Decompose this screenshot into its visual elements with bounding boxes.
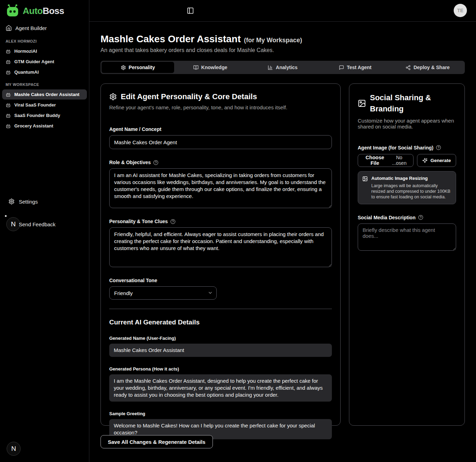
page-subtitle: An agent that takes bakery orders and cl…	[101, 47, 465, 53]
generated-persona-label: Generated Persona (How it acts)	[109, 366, 332, 372]
gear-icon	[109, 93, 117, 101]
page-title-suffix: (for My Workspace)	[244, 37, 302, 44]
sidebar-item-label: QuantumAI	[14, 69, 39, 75]
tab-deploy-share[interactable]: Deploy & Share	[391, 62, 464, 73]
choose-file-label: Choose File	[363, 155, 387, 166]
sidebar-item-grocery-assistant[interactable]: Grocery Assistant	[2, 121, 87, 131]
help-circle-icon[interactable]	[418, 215, 423, 220]
sidebar-item-gtm-guider-agent[interactable]: GTM Guider Agent	[2, 57, 87, 67]
save-all-changes-button[interactable]: Save All Changes & Regenerate Details	[101, 435, 213, 448]
generated-name-label: Generated Name (User-Facing)	[109, 336, 332, 341]
gear-icon	[121, 65, 126, 70]
sample-greeting-label: Sample Greeting	[109, 411, 332, 416]
bot-icon	[6, 69, 11, 75]
choose-file-button[interactable]: Choose File No ...osen	[358, 154, 414, 167]
sidebar-item-label: Viral SaaS Founder	[14, 102, 56, 108]
tab-bar: Personality Knowledge Analytics Test Age…	[101, 61, 465, 74]
sidebar-item-agent-builder[interactable]: Agent Builder	[0, 22, 89, 34]
sidebar-section-my-workspace: MY WORKSPACE	[0, 78, 89, 89]
message-square-icon	[339, 65, 344, 70]
book-open-icon	[193, 65, 199, 70]
social-description-textarea[interactable]	[358, 223, 456, 251]
sidebar-item-mashle-cakes-order-assistant[interactable]: Mashle Cakes Order Assistant	[2, 89, 87, 100]
auto-resize-title: Automatic Image Resizing	[371, 176, 452, 181]
sidebar-item-viral-saas-founder[interactable]: Viral SaaS Founder	[2, 100, 87, 110]
tab-label: Deploy & Share	[414, 65, 449, 70]
sparkles-icon	[422, 158, 427, 163]
personality-card-subtitle: Refine your agent's name, role, personal…	[109, 104, 332, 110]
sidebar-item-label: GTM Guider Agent	[14, 59, 54, 64]
role-objectives-textarea[interactable]: I am an AI assistant for Mashle Cakes, s…	[109, 168, 332, 208]
social-sharing-card: Social Sharing & Branding Customize how …	[349, 83, 465, 426]
tab-label: Test Agent	[347, 65, 372, 70]
agent-name-input[interactable]	[109, 135, 332, 149]
send-feedback-row[interactable]: N Send Feedback	[6, 217, 55, 231]
social-card-title: Social Sharing & Branding	[370, 92, 456, 115]
bot-icon	[6, 113, 11, 118]
page-title: Mashle Cakes Order Assistant	[101, 34, 241, 45]
agent-name-label: Agent Name / Concept	[109, 126, 332, 132]
sidebar-toggle-button[interactable]	[186, 7, 194, 15]
personality-card-title: Edit Agent Personality & Core Details	[121, 92, 257, 101]
tone-clues-textarea[interactable]: Friendly, helpful, and efficient. Always…	[109, 227, 332, 267]
tab-label: Personality	[129, 65, 155, 70]
sidebar: AutoBoss Agent Builder ALEX HORMOZI Horm…	[0, 0, 89, 462]
main-content: Mashle Cakes Order Assistant (for My Wor…	[89, 22, 476, 448]
nextjs-dev-badge[interactable]: N	[7, 442, 21, 456]
bar-chart-icon	[268, 65, 273, 70]
bot-icon	[6, 102, 11, 108]
app-logo-text: AutoBoss	[23, 6, 64, 16]
tab-personality[interactable]: Personality	[102, 62, 174, 73]
notification-dot	[5, 215, 7, 217]
help-circle-icon[interactable]	[170, 219, 176, 224]
generated-name-value: Mashle Cakes Order Assistant	[109, 344, 332, 357]
section-divider	[109, 309, 332, 309]
generated-persona-value: I am the Mashle Cakes Order Assistant, d…	[109, 374, 332, 402]
sidebar-item-quantumai[interactable]: QuantumAI	[2, 67, 87, 77]
auto-resize-info-box: Automatic Image Resizing Large images wi…	[358, 171, 456, 204]
robot-logo-icon	[5, 4, 20, 17]
image-icon	[358, 99, 366, 108]
help-circle-icon[interactable]	[436, 145, 441, 150]
generated-details-title: Current AI Generated Details	[109, 318, 332, 326]
social-card-subtitle: Customize how your agent appears when sh…	[358, 118, 456, 130]
bot-icon	[6, 59, 11, 64]
social-description-label: Social Media Description	[358, 215, 456, 220]
topbar: TE	[89, 0, 476, 22]
share-icon	[406, 65, 411, 70]
tab-label: Analytics	[276, 65, 297, 70]
tab-test-agent[interactable]: Test Agent	[319, 62, 392, 73]
generate-image-button[interactable]: Generate	[417, 154, 456, 167]
sidebar-item-saas-founder-buddy[interactable]: SaaS Founder Buddy	[2, 110, 87, 120]
sidebar-item-hormoziai[interactable]: HormoziAI	[2, 46, 87, 56]
conversational-tone-select[interactable]: Friendly	[109, 286, 217, 300]
send-feedback-label: Send Feedback	[19, 221, 55, 227]
tab-label: Knowledge	[201, 65, 228, 70]
sidebar-item-label: Mashle Cakes Order Assistant	[14, 92, 80, 97]
conversational-tone-label: Conversational Tone	[109, 278, 332, 283]
tone-clues-label: Personality & Tone Clues	[109, 219, 332, 224]
tab-analytics[interactable]: Analytics	[246, 62, 319, 73]
generate-label: Generate	[430, 158, 451, 163]
app-logo: AutoBoss	[0, 0, 89, 22]
image-icon	[362, 176, 368, 182]
help-circle-icon[interactable]	[153, 160, 158, 165]
role-objectives-label: Role & Objectives	[109, 160, 332, 165]
bot-icon	[6, 49, 11, 54]
sidebar-item-settings[interactable]: Settings	[0, 196, 89, 207]
tab-knowledge[interactable]: Knowledge	[174, 62, 247, 73]
nextjs-dev-badge[interactable]: N	[6, 217, 20, 231]
personality-card: Edit Agent Personality & Core Details Re…	[101, 83, 341, 426]
auto-resize-body: Large images will be automatically resiz…	[371, 183, 452, 200]
home-icon	[6, 25, 12, 31]
file-status: No ...osen	[390, 155, 408, 166]
panel-left-icon	[187, 7, 194, 14]
sidebar-item-label: SaaS Founder Buddy	[14, 113, 60, 118]
sidebar-footer: Settings N Send Feedback	[0, 196, 89, 207]
sidebar-item-label: Agent Builder	[15, 25, 47, 31]
sidebar-item-label: Grocery Assistant	[14, 123, 53, 129]
settings-label: Settings	[19, 199, 38, 205]
user-avatar[interactable]: TE	[454, 4, 467, 17]
page-header: Mashle Cakes Order Assistant (for My Wor…	[101, 34, 465, 45]
sidebar-item-label: HormoziAI	[14, 49, 37, 54]
